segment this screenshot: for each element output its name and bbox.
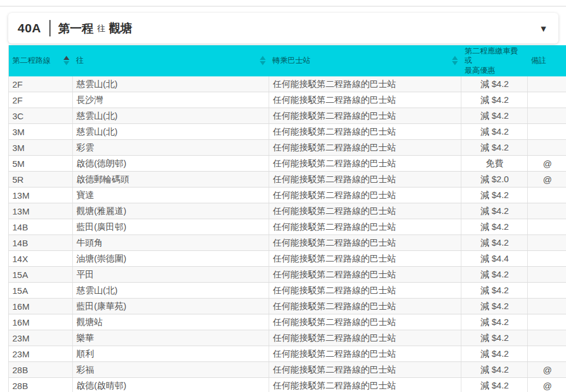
- stop-cell: 任何能接駁第二程路線的巴士站: [269, 235, 461, 251]
- fare-cell: 減 $4.2: [461, 330, 528, 346]
- table-header-row: 第二程路線 往 轉乘巴士站 第二程應繳車費或 最高優惠 備註: [9, 45, 566, 76]
- route-cell: 14B: [9, 235, 73, 251]
- remark-cell: [528, 251, 566, 267]
- destination-cell: 牛頭角: [73, 235, 269, 251]
- route-cell: 15A: [9, 283, 73, 299]
- remark-cell: @: [528, 156, 566, 172]
- top-divider: [0, 6, 566, 6]
- fare-cell: 減 $4.2: [461, 92, 528, 108]
- remark-cell: [528, 92, 566, 108]
- route-cell: 14B: [9, 219, 73, 235]
- fare-cell: 減 $4.2: [461, 140, 528, 156]
- table-row: 3C慈雲山(北)任何能接駁第二程路線的巴士站減 $4.2: [9, 108, 566, 124]
- remark-cell: @: [528, 378, 566, 392]
- table-row: 3M彩雲任何能接駁第二程路線的巴士站減 $4.2: [9, 140, 566, 156]
- table-row: 14B牛頭角任何能接駁第二程路線的巴士站減 $4.2: [9, 235, 566, 251]
- stop-cell: 任何能接駁第二程路線的巴士站: [269, 92, 461, 108]
- route-number: 40A: [18, 21, 41, 35]
- destination-cell: 寶達: [73, 187, 269, 203]
- remark-cell: [528, 299, 566, 314]
- remark-cell: @: [528, 172, 566, 187]
- destination-cell: 慈雲山(北): [73, 283, 269, 299]
- fare-cell: 減 $4.2: [461, 362, 528, 378]
- stop-cell: 任何能接駁第二程路線的巴士站: [269, 219, 461, 235]
- route-cell: 5M: [9, 156, 73, 172]
- route-cell: 2F: [9, 92, 73, 108]
- remark-cell: [528, 267, 566, 283]
- remark-cell: @: [528, 362, 566, 378]
- route-header-card[interactable]: 40A 第一程 往 觀塘 ▼: [8, 13, 558, 43]
- sort-asc-icon[interactable]: [63, 56, 69, 65]
- remark-cell: [528, 108, 566, 124]
- fare-cell: 減 $4.2: [461, 283, 528, 299]
- fare-cell: 減 $2.0: [461, 172, 528, 187]
- remark-cell: [528, 76, 566, 92]
- route-cell: 28B: [9, 378, 73, 392]
- fare-cell: 減 $4.2: [461, 314, 528, 330]
- table-row: 16M觀塘站任何能接駁第二程路線的巴士站減 $4.2: [9, 314, 566, 330]
- fare-cell: 減 $4.2: [461, 124, 528, 140]
- destination-cell: 慈雲山(北): [73, 76, 269, 92]
- table-row: 23M樂華任何能接駁第二程路線的巴士站減 $4.2: [9, 330, 566, 346]
- col-header-fare[interactable]: 第二程應繳車費或 最高優惠: [461, 45, 528, 76]
- route-cell: 14X: [9, 251, 73, 267]
- fare-cell: 減 $4.2: [461, 346, 528, 362]
- sort-icon[interactable]: [452, 56, 458, 65]
- remark-cell: [528, 330, 566, 346]
- col-header-interchange-stop[interactable]: 轉乘巴士站: [269, 45, 461, 76]
- fare-cell: 減 $4.2: [461, 219, 528, 235]
- stop-cell: 任何能接駁第二程路線的巴士站: [269, 203, 461, 219]
- stop-cell: 任何能接駁第二程路線的巴士站: [269, 267, 461, 283]
- table-row: 15A慈雲山(北)任何能接駁第二程路線的巴士站減 $4.2: [9, 283, 566, 299]
- stop-cell: 任何能接駁第二程路線的巴士站: [269, 140, 461, 156]
- interchange-table-container: 第二程路線 往 轉乘巴士站 第二程應繳車費或 最高優惠 備註: [8, 45, 566, 392]
- table-row: 2F慈雲山(北)任何能接駁第二程路線的巴士站減 $4.2: [9, 76, 566, 92]
- col-header-second-route[interactable]: 第二程路線: [9, 45, 73, 76]
- remark-cell: [528, 235, 566, 251]
- destination-cell: 觀塘站: [73, 314, 269, 330]
- destination-cell: 平田: [73, 267, 269, 283]
- sort-icon[interactable]: [260, 56, 266, 65]
- destination-label: 觀塘: [109, 21, 132, 36]
- fare-cell: 減 $4.2: [461, 187, 528, 203]
- destination-cell: 啟德(德朗邨): [73, 156, 269, 172]
- remark-cell: [528, 219, 566, 235]
- remark-cell: [528, 283, 566, 299]
- table-row: 13M寶達任何能接駁第二程路線的巴士站減 $4.2: [9, 187, 566, 203]
- stop-cell: 任何能接駁第二程路線的巴士站: [269, 172, 461, 187]
- stop-cell: 任何能接駁第二程路線的巴士站: [269, 251, 461, 267]
- remark-cell: [528, 314, 566, 330]
- stop-cell: 任何能接駁第二程路線的巴士站: [269, 346, 461, 362]
- destination-cell: 長沙灣: [73, 92, 269, 108]
- fare-cell: 減 $4.2: [461, 203, 528, 219]
- table-row: 28B彩福任何能接駁第二程路線的巴士站減 $4.2@: [9, 362, 566, 378]
- stop-cell: 任何能接駁第二程路線的巴士站: [269, 108, 461, 124]
- route-cell: 16M: [9, 299, 73, 314]
- fare-cell: 減 $4.2: [461, 378, 528, 392]
- route-cell: 3M: [9, 140, 73, 156]
- destination-cell: 彩雲: [73, 140, 269, 156]
- stop-cell: 任何能接駁第二程路線的巴士站: [269, 330, 461, 346]
- chevron-down-icon[interactable]: ▼: [539, 24, 548, 33]
- destination-cell: 藍田(康華苑): [73, 299, 269, 314]
- fare-cell: 減 $4.2: [461, 299, 528, 314]
- destination-cell: 慈雲山(北): [73, 124, 269, 140]
- route-cell: 13M: [9, 203, 73, 219]
- destination-cell: 慈雲山(北): [73, 108, 269, 124]
- destination-cell: 觀塘(雅麗道): [73, 203, 269, 219]
- fare-cell: 減 $4.2: [461, 76, 528, 92]
- destination-cell: 彩福: [73, 362, 269, 378]
- destination-cell: 啟德郵輪碼頭: [73, 172, 269, 187]
- route-cell: 3C: [9, 108, 73, 124]
- route-cell: 15A: [9, 267, 73, 283]
- table-row: 3M慈雲山(北)任何能接駁第二程路線的巴士站減 $4.2: [9, 124, 566, 140]
- destination-cell: 順利: [73, 346, 269, 362]
- stop-cell: 任何能接駁第二程路線的巴士站: [269, 378, 461, 392]
- stop-cell: 任何能接駁第二程路線的巴士站: [269, 314, 461, 330]
- route-cell: 13M: [9, 187, 73, 203]
- table-row: 23M順利任何能接駁第二程路線的巴士站減 $4.2: [9, 346, 566, 362]
- route-cell: 2F: [9, 76, 73, 92]
- col-header-destination[interactable]: 往: [73, 45, 269, 76]
- table-row: 15A平田任何能接駁第二程路線的巴士站減 $4.2: [9, 267, 566, 283]
- stop-cell: 任何能接駁第二程路線的巴士站: [269, 283, 461, 299]
